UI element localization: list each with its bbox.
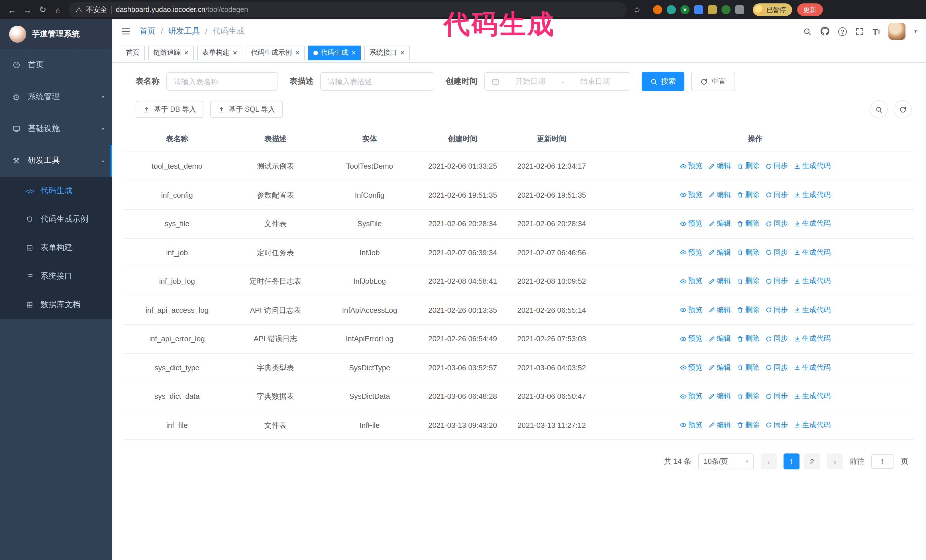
browser-forward-icon[interactable]: → (22, 5, 32, 15)
browser-reload-icon[interactable]: ↻ (38, 5, 48, 15)
extension-icon[interactable] (653, 5, 662, 14)
chevron-down-icon[interactable]: ▾ (914, 29, 917, 34)
row-action-edit[interactable]: 编辑 (708, 420, 731, 431)
page-button-1[interactable]: 1 (784, 453, 799, 469)
row-action-delete[interactable]: 删除 (737, 334, 759, 344)
row-action-edit[interactable]: 编辑 (708, 161, 731, 172)
row-action-preview[interactable]: 预览 (679, 276, 702, 287)
row-action-generate-code[interactable]: 生成代码 (793, 247, 831, 258)
refresh-table-button[interactable] (894, 100, 912, 118)
sidebar-item-system-management[interactable]: ⚙系统管理▾ (0, 81, 112, 113)
breadcrumb-home[interactable]: 首页 (139, 26, 156, 36)
row-action-delete[interactable]: 删除 (737, 276, 759, 287)
tab-system-api[interactable]: 系统接口× (365, 45, 410, 60)
sidebar-subitem-system-api[interactable]: 系统接口 (0, 262, 112, 291)
sidebar-subitem-db-doc[interactable]: 数据库文档 (0, 291, 112, 319)
puzzle-extension-icon[interactable] (735, 5, 744, 14)
row-action-sync[interactable]: 同步 (765, 219, 788, 229)
row-action-sync[interactable]: 同步 (765, 362, 788, 373)
tab-home[interactable]: 首页 (121, 45, 145, 60)
row-action-generate-code[interactable]: 生成代码 (793, 305, 831, 315)
sidebar-item-dev-tools[interactable]: ⚒研发工具▴ (0, 145, 112, 177)
bookmark-star-icon[interactable]: ☆ (632, 5, 642, 15)
sidebar-item-infrastructure[interactable]: 基础设施▾ (0, 113, 112, 145)
row-action-delete[interactable]: 删除 (737, 219, 759, 229)
row-action-preview[interactable]: 预览 (679, 391, 702, 402)
row-action-generate-code[interactable]: 生成代码 (793, 334, 831, 344)
tab-form-builder[interactable]: 表单构建× (197, 45, 242, 60)
row-action-sync[interactable]: 同步 (765, 190, 788, 201)
row-action-sync[interactable]: 同步 (765, 276, 788, 287)
breadcrumb-devtools[interactable]: 研发工具 (168, 26, 200, 36)
reset-button[interactable]: 重置 (691, 72, 735, 91)
extension-icon[interactable] (694, 5, 703, 14)
close-icon[interactable]: × (400, 49, 405, 56)
row-action-sync[interactable]: 同步 (765, 161, 788, 172)
sidebar-subitem-form-builder[interactable]: 表单构建 (0, 234, 112, 262)
row-action-sync[interactable]: 同步 (765, 391, 788, 402)
close-icon[interactable]: × (233, 49, 237, 56)
row-action-delete[interactable]: 删除 (737, 161, 759, 172)
row-action-edit[interactable]: 编辑 (708, 190, 731, 201)
row-action-generate-code[interactable]: 生成代码 (793, 391, 831, 402)
browser-home-icon[interactable]: ⌂ (53, 5, 63, 15)
page-size-select[interactable]: 10条/页 ▾ (698, 453, 754, 469)
import-db-button[interactable]: 基于 DB 导入 (136, 101, 204, 118)
extension-icon[interactable] (722, 5, 731, 14)
next-page-button[interactable]: › (827, 453, 843, 469)
row-action-generate-code[interactable]: 生成代码 (793, 276, 831, 287)
browser-back-icon[interactable]: ← (7, 5, 17, 15)
row-action-edit[interactable]: 编辑 (708, 247, 731, 258)
extension-icon[interactable]: V (680, 5, 690, 14)
row-action-delete[interactable]: 删除 (737, 190, 759, 201)
row-action-sync[interactable]: 同步 (765, 334, 788, 344)
row-action-delete[interactable]: 删除 (737, 362, 759, 373)
row-action-edit[interactable]: 编辑 (708, 362, 731, 373)
extension-icon[interactable] (667, 5, 676, 14)
toggle-search-button[interactable] (870, 100, 888, 118)
user-avatar[interactable] (889, 23, 906, 40)
row-action-preview[interactable]: 预览 (679, 219, 702, 229)
row-action-delete[interactable]: 删除 (737, 391, 759, 402)
row-action-edit[interactable]: 编辑 (708, 219, 731, 229)
prev-page-button[interactable]: ‹ (761, 453, 777, 469)
row-action-edit[interactable]: 编辑 (708, 334, 731, 344)
row-action-edit[interactable]: 编辑 (708, 276, 731, 287)
update-button[interactable]: 更新 (797, 3, 823, 16)
help-icon[interactable]: ? (838, 27, 847, 36)
row-action-preview[interactable]: 预览 (679, 305, 702, 315)
row-action-generate-code[interactable]: 生成代码 (793, 161, 831, 172)
close-icon[interactable]: × (352, 49, 356, 56)
row-action-delete[interactable]: 删除 (737, 247, 759, 258)
github-icon[interactable] (820, 27, 830, 36)
search-icon[interactable] (803, 27, 811, 36)
import-sql-button[interactable]: 基于 SQL 导入 (210, 101, 283, 118)
extension-icon[interactable] (708, 5, 717, 14)
tab-trace[interactable]: 链路追踪× (148, 45, 194, 60)
row-action-preview[interactable]: 预览 (679, 190, 702, 201)
tab-codegen-demo[interactable]: 代码生成示例× (246, 45, 304, 60)
fullscreen-icon[interactable] (855, 27, 864, 36)
row-action-delete[interactable]: 删除 (737, 305, 759, 315)
row-action-generate-code[interactable]: 生成代码 (793, 420, 831, 431)
hamburger-icon[interactable] (121, 27, 130, 36)
sidebar-subitem-codegen-demo[interactable]: 代码生成示例 (0, 205, 112, 234)
row-action-generate-code[interactable]: 生成代码 (793, 362, 831, 373)
row-action-preview[interactable]: 预览 (679, 362, 702, 373)
row-action-preview[interactable]: 预览 (679, 334, 702, 344)
sidebar-subitem-codegen[interactable]: </>代码生成 (0, 177, 112, 205)
row-action-generate-code[interactable]: 生成代码 (793, 219, 831, 229)
row-action-preview[interactable]: 预览 (679, 420, 702, 431)
app-logo[interactable]: 芋道管理系统 (0, 20, 112, 49)
row-action-preview[interactable]: 预览 (679, 247, 702, 258)
close-icon[interactable]: × (295, 49, 300, 56)
row-action-sync[interactable]: 同步 (765, 305, 788, 315)
row-action-delete[interactable]: 删除 (737, 420, 759, 431)
paused-badge[interactable]: 已暂停 (753, 3, 792, 16)
row-action-edit[interactable]: 编辑 (708, 391, 731, 402)
table-desc-input[interactable] (320, 72, 434, 91)
goto-page-input[interactable] (871, 454, 894, 469)
search-button[interactable]: 搜索 (642, 72, 684, 91)
close-icon[interactable]: × (184, 49, 188, 56)
row-action-sync[interactable]: 同步 (765, 247, 788, 258)
